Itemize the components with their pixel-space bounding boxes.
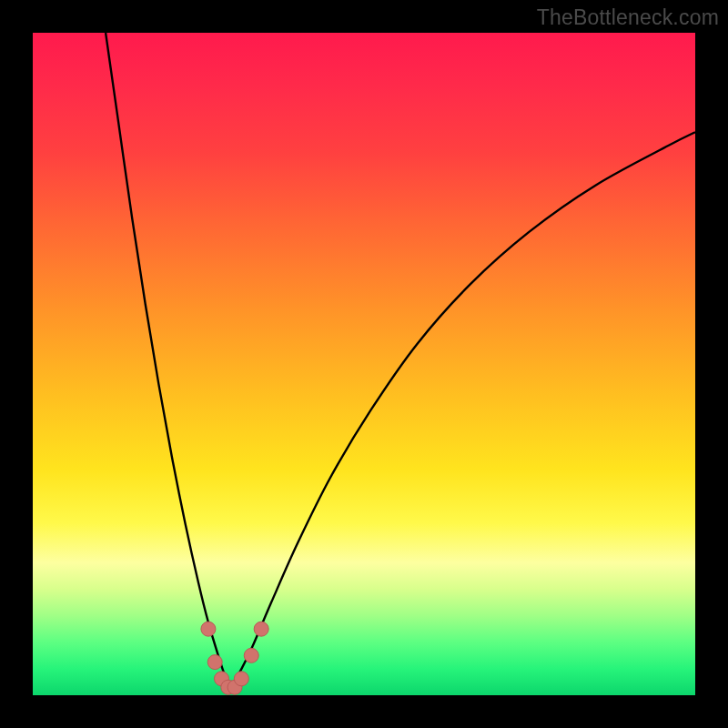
marker-dot	[207, 655, 222, 670]
marker-dot	[234, 672, 248, 686]
curve-right	[231, 132, 695, 689]
marker-cluster	[201, 622, 268, 694]
marker-dot	[201, 622, 216, 636]
marker-dot	[254, 622, 268, 636]
curve-layer	[33, 33, 695, 695]
marker-dot	[244, 648, 258, 662]
curve-left	[106, 33, 231, 689]
plot-area	[33, 33, 695, 695]
chart-frame: TheBottleneck.com	[0, 0, 728, 728]
watermark-text: TheBottleneck.com	[537, 5, 719, 30]
